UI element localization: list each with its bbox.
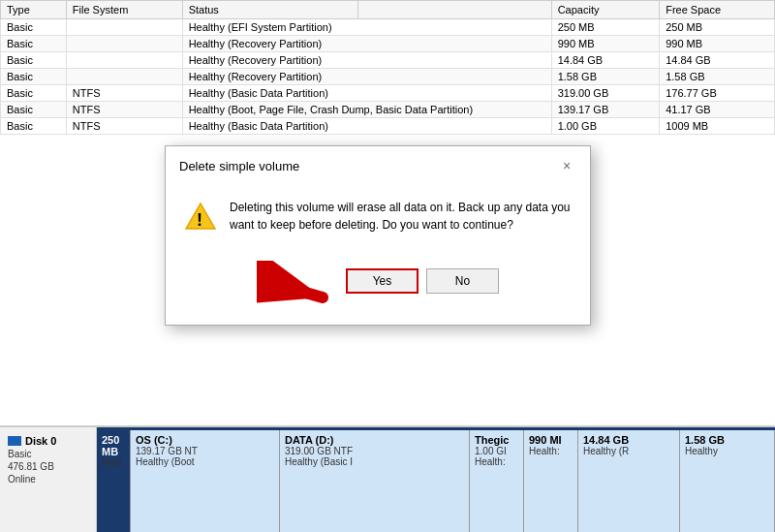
disk-panel: Disk 0 Basic 476.81 GB Online 250 MB Hea… (0, 425, 775, 532)
table-row: Basic Healthy (EFI System Partition) 250… (1, 19, 775, 36)
cell-free: 250 MB (660, 19, 775, 36)
table-row: Basic NTFS Healthy (Basic Data Partition… (1, 118, 775, 135)
table-row: Basic NTFS Healthy (Boot, Page File, Cra… (1, 102, 775, 118)
svg-line-3 (262, 280, 323, 297)
partition-table: Type File System Status Capacity Free Sp… (0, 0, 775, 135)
cell-capacity: 250 MB (551, 19, 660, 36)
partition-name-3: Thegic (475, 434, 518, 446)
dialog-body: ! Deleting this volume will erase all da… (166, 183, 590, 253)
disk-partition-4[interactable]: 990 MI Health: (524, 430, 578, 532)
table-row: Basic Healthy (Recovery Partition) 990 M… (1, 36, 775, 52)
partition-name-5: 14.84 GB (583, 434, 674, 446)
cell-status: Healthy (Basic Data Partition) (182, 85, 551, 102)
table-row: Basic Healthy (Recovery Partition) 1.58 … (1, 69, 775, 85)
cell-type: Basic (1, 52, 67, 69)
cell-fs (66, 52, 182, 69)
disk-partition-6[interactable]: 1.58 GB Healthy (680, 430, 775, 532)
partition-status-4: Health: (529, 446, 573, 456)
cell-free: 14.84 GB (660, 52, 775, 69)
cell-fs (66, 69, 182, 85)
partition-size-1: 139.17 GB NT (136, 446, 274, 456)
dialog-buttons: Yes No (166, 253, 590, 325)
col-status: Status (182, 1, 357, 19)
cell-status: Healthy (EFI System Partition) (182, 19, 551, 36)
dialog-close-button[interactable]: × (557, 156, 576, 175)
cell-status: Healthy (Recovery Partition) (182, 69, 551, 85)
cell-free: 176.77 GB (660, 85, 775, 102)
warning-icon: ! (185, 201, 216, 232)
table-row: Basic NTFS Healthy (Basic Data Partition… (1, 85, 775, 102)
cell-type: Basic (1, 36, 67, 52)
cell-fs: NTFS (66, 85, 182, 102)
cell-fs (66, 36, 182, 52)
cell-fs (66, 19, 182, 36)
partition-name-0: 250 MB (102, 434, 125, 457)
cell-free: 1.58 GB (660, 69, 775, 85)
disk-partition-1[interactable]: OS (C:) 139.17 GB NT Healthy (Boot (131, 430, 280, 532)
partition-status-3: Health: (475, 456, 518, 467)
partition-status-6: Healthy (685, 446, 769, 456)
disk-type: Basic (8, 449, 88, 459)
partition-sub-0: Heal (102, 457, 125, 468)
dialog-title: Delete simple volume (179, 159, 299, 173)
disk-title: Disk 0 (8, 435, 88, 447)
red-arrow-icon (257, 261, 334, 309)
table-row: Basic Healthy (Recovery Partition) 14.84… (1, 52, 775, 69)
partition-size-3: 1.00 GI (475, 446, 518, 456)
cell-type: Basic (1, 85, 67, 102)
dialog-message: Deleting this volume will erase all data… (230, 199, 571, 234)
disk-partitions: 250 MB Heal OS (C:) 139.17 GB NT Healthy… (97, 427, 775, 532)
disk-label: Disk 0 Basic 476.81 GB Online (0, 427, 97, 532)
partition-name-4: 990 MI (529, 434, 573, 446)
disk-partition-0[interactable]: 250 MB Heal (97, 430, 131, 532)
cell-capacity: 14.84 GB (551, 52, 660, 69)
col-freespace: Free Space (660, 1, 775, 19)
partition-status-2: Healthy (Basic I (285, 456, 464, 467)
disk-name: Disk 0 (25, 435, 56, 447)
col-empty (357, 1, 551, 19)
disk-icon (8, 436, 21, 446)
cell-status: Healthy (Recovery Partition) (182, 52, 551, 69)
cell-status: Healthy (Basic Data Partition) (182, 118, 551, 135)
disk-partition-2[interactable]: DATA (D:) 319.00 GB NTF Healthy (Basic I (280, 430, 470, 532)
partition-status-5: Healthy (R (583, 446, 674, 456)
partition-name-1: OS (C:) (136, 434, 274, 446)
partition-size-2: 319.00 GB NTF (285, 446, 464, 456)
cell-capacity: 319.00 GB (551, 85, 660, 102)
cell-free: 1009 MB (660, 118, 775, 135)
cell-type: Basic (1, 118, 67, 135)
svg-text:!: ! (197, 210, 202, 230)
cell-capacity: 1.00 GB (551, 118, 660, 135)
disk-status: Online (8, 474, 88, 485)
cell-capacity: 990 MB (551, 36, 660, 52)
yes-button[interactable]: Yes (346, 268, 418, 294)
col-type: Type (1, 1, 67, 19)
partition-name-6: 1.58 GB (685, 434, 769, 446)
cell-type: Basic (1, 69, 67, 85)
disk-size: 476.81 GB (8, 461, 88, 472)
cell-capacity: 139.17 GB (551, 102, 660, 118)
disk-partition-5[interactable]: 14.84 GB Healthy (R (578, 430, 680, 532)
disk-partition-3[interactable]: Thegic 1.00 GI Health: (470, 430, 524, 532)
cell-fs: NTFS (66, 118, 182, 135)
partition-name-2: DATA (D:) (285, 434, 464, 446)
cell-capacity: 1.58 GB (551, 69, 660, 85)
col-capacity: Capacity (551, 1, 660, 19)
cell-type: Basic (1, 19, 67, 36)
partition-status-1: Healthy (Boot (136, 456, 274, 467)
cell-free: 41.17 GB (660, 102, 775, 118)
cell-fs: NTFS (66, 102, 182, 118)
cell-free: 990 MB (660, 36, 775, 52)
cell-type: Basic (1, 102, 67, 118)
cell-status: Healthy (Boot, Page File, Crash Dump, Ba… (182, 102, 551, 118)
col-filesystem: File System (66, 1, 182, 19)
dialog-titlebar: Delete simple volume × (166, 146, 590, 183)
cell-status: Healthy (Recovery Partition) (182, 36, 551, 52)
delete-volume-dialog: Delete simple volume × ! Deleting this v… (165, 145, 591, 326)
no-button[interactable]: No (426, 268, 499, 294)
